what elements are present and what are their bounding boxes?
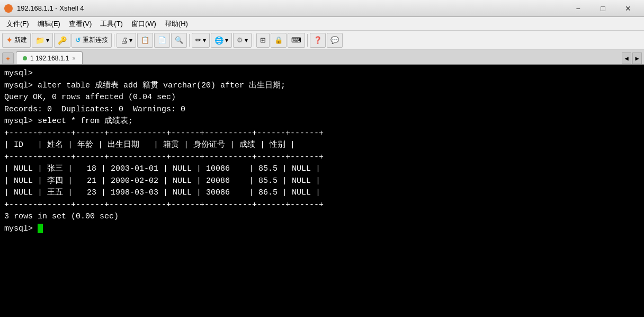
chat-button[interactable]: 💬	[327, 33, 343, 48]
menu-tools[interactable]: 工具(T)	[96, 18, 127, 30]
add-tab-button[interactable]: ✦	[2, 52, 14, 64]
reconnect-label: 重新连接	[83, 36, 108, 45]
separator-2	[189, 34, 190, 47]
paste-button[interactable]: 📄	[154, 33, 170, 48]
tab-next-button[interactable]: ▶	[632, 52, 642, 64]
terminal-line: mysql>	[4, 223, 640, 235]
tab-label: 1 192.168.1.1	[30, 55, 69, 62]
separator-1	[114, 34, 114, 47]
menubar: 文件(F) 编辑(E) 查看(V) 工具(T) 窗口(W) 帮助(H)	[0, 17, 644, 31]
keyboard-icon: ⌨	[291, 36, 301, 44]
menu-file[interactable]: 文件(F)	[2, 18, 33, 30]
terminal-line: mysql> alter table 成绩表 add 籍贯 varchar(20…	[4, 80, 640, 92]
lock-button[interactable]: 🔒	[271, 33, 287, 48]
transfer-button[interactable]: 🌐 ▾	[211, 33, 232, 48]
toolbar: ✦ 新建 📁 ▾ 🔑 ↺ 重新连接 🖨 ▾ 📋 📄 🔍 ✏ ▾ 🌐 ▾ ⚙ ▾ …	[0, 31, 644, 50]
minimize-button[interactable]: −	[566, 1, 590, 16]
reconnect-icon: ↺	[75, 36, 81, 44]
terminal-line: | NULL | 张三 | 18 | 2003-01-01 | NULL | 1…	[4, 163, 640, 175]
compose-arrow: ▾	[203, 37, 206, 44]
compose-icon: ✏	[195, 36, 201, 44]
key-button[interactable]: 🔑	[54, 33, 70, 48]
tab-navigation: ◀ ▶	[622, 52, 642, 64]
menu-view[interactable]: 查看(V)	[65, 18, 96, 30]
transfer-arrow: ▾	[225, 37, 228, 44]
close-button[interactable]: ✕	[616, 1, 640, 16]
terminal-cursor	[38, 224, 43, 233]
script-button[interactable]: ⚙ ▾	[233, 33, 252, 48]
copy-button[interactable]: 📋	[137, 33, 153, 48]
maximize-button[interactable]: □	[591, 1, 615, 16]
tab-prev-button[interactable]: ◀	[622, 52, 631, 64]
window-controls: − □ ✕	[566, 1, 640, 16]
paste-icon: 📄	[158, 36, 166, 44]
new-label: 新建	[14, 36, 27, 45]
terminal-line: | NULL | 李四 | 21 | 2000-02-02 | NULL | 2…	[4, 175, 640, 188]
reconnect-button[interactable]: ↺ 重新连接	[71, 33, 112, 48]
folder-icon: 📁	[35, 36, 44, 45]
add-icon: ✦	[5, 53, 11, 64]
help-button[interactable]: ❓	[310, 33, 326, 48]
terminal-line: Records: 0 Duplicates: 0 Warnings: 0	[4, 104, 640, 116]
terminal-area[interactable]: mysql>mysql> alter table 成绩表 add 籍贯 varc…	[0, 65, 644, 317]
script-arrow: ▾	[245, 37, 248, 44]
key-icon: 🔑	[58, 36, 67, 45]
print-button[interactable]: 🖨 ▾	[117, 33, 136, 48]
terminal-line: mysql>	[4, 68, 640, 80]
tab-close-button[interactable]: ×	[72, 55, 75, 61]
copy-icon: 📋	[141, 36, 149, 44]
tabbar: ✦ 1 192.168.1.1 × ◀ ▶	[0, 50, 644, 65]
script-icon: ⚙	[237, 36, 243, 44]
globe-icon: 🌐	[214, 36, 223, 45]
tab-status-dot	[23, 56, 27, 60]
open-button[interactable]: 📁 ▾	[32, 33, 53, 48]
terminal-line: +------+------+------+------------+-----…	[4, 199, 640, 212]
find-icon: 🔍	[175, 36, 183, 44]
tab-session[interactable]: 1 192.168.1.1 ×	[16, 51, 83, 64]
terminal-line: Query OK, 0 rows affected (0.04 sec)	[4, 92, 640, 104]
terminal-line: 3 rows in set (0.00 sec)	[4, 211, 640, 223]
terminal-line: | ID | 姓名 | 年龄 | 出生日期 | 籍贯 | 身份证号 | 成绩 |…	[4, 139, 640, 152]
find-button[interactable]: 🔍	[171, 33, 187, 48]
chat-icon: 💬	[330, 36, 339, 44]
menu-edit[interactable]: 编辑(E)	[33, 18, 65, 30]
separator-3	[254, 34, 254, 47]
terminal-line: +------+------+------+------------+-----…	[4, 152, 640, 164]
terminal-line: | NULL | 王五 | 23 | 1998-03-03 | NULL | 3…	[4, 187, 640, 199]
menu-help[interactable]: 帮助(H)	[160, 18, 192, 30]
separator-4	[307, 34, 308, 47]
help-icon: ❓	[314, 36, 322, 44]
titlebar: 192.168.1.1 - Xshell 4 − □ ✕	[0, 0, 644, 17]
grid1-icon: ⊞	[260, 36, 266, 44]
print-icon: 🖨	[120, 36, 128, 45]
lock-icon: 🔒	[274, 36, 283, 44]
terminal-line: +------+------+------+------------+-----…	[4, 128, 640, 140]
dropdown-arrow: ▾	[46, 37, 49, 44]
terminal-line: mysql> select * from 成绩表;	[4, 116, 640, 128]
compose-button[interactable]: ✏ ▾	[192, 33, 210, 48]
window-title: 192.168.1.1 - Xshell 4	[17, 4, 566, 12]
app-icon	[4, 4, 13, 13]
print-arrow: ▾	[129, 37, 132, 44]
menu-window[interactable]: 窗口(W)	[127, 18, 160, 30]
grid1-button[interactable]: ⊞	[256, 33, 270, 48]
new-button[interactable]: ✦ 新建	[2, 33, 31, 48]
new-icon: ✦	[6, 35, 13, 45]
keyboard-button[interactable]: ⌨	[288, 33, 305, 48]
